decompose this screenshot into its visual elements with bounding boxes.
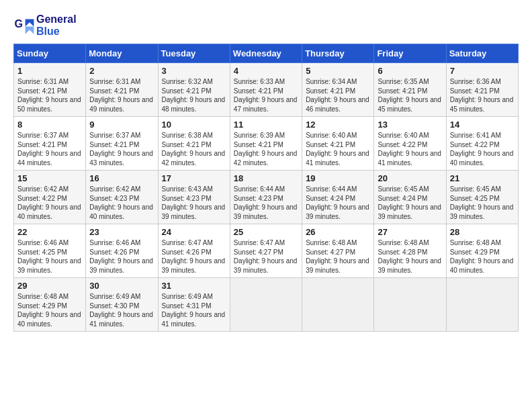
calendar-cell: 1 Sunrise: 6:31 AMSunset: 4:21 PMDayligh… xyxy=(14,63,86,117)
calendar-cell: 5 Sunrise: 6:34 AMSunset: 4:21 PMDayligh… xyxy=(302,63,374,117)
calendar-cell: 16 Sunrise: 6:42 AMSunset: 4:23 PMDaylig… xyxy=(86,171,158,224)
cell-info: Sunrise: 6:47 AMSunset: 4:27 PMDaylight:… xyxy=(234,239,298,274)
calendar-cell: 13 Sunrise: 6:40 AMSunset: 4:22 PMDaylig… xyxy=(374,117,446,171)
calendar-cell: 9 Sunrise: 6:37 AMSunset: 4:21 PMDayligh… xyxy=(86,117,158,171)
logo-blue: Blue xyxy=(36,26,77,38)
cell-info: Sunrise: 6:35 AMSunset: 4:21 PMDaylight:… xyxy=(378,78,441,113)
calendar-week-row: 15 Sunrise: 6:42 AMSunset: 4:22 PMDaylig… xyxy=(14,171,519,224)
cell-info: Sunrise: 6:33 AMSunset: 4:21 PMDaylight:… xyxy=(234,78,298,113)
day-number: 27 xyxy=(378,227,442,237)
calendar-cell: 24 Sunrise: 6:47 AMSunset: 4:26 PMDaylig… xyxy=(158,224,230,278)
day-number: 21 xyxy=(450,173,515,183)
day-number: 17 xyxy=(162,173,226,183)
day-number: 1 xyxy=(17,66,82,76)
calendar-cell: 8 Sunrise: 6:37 AMSunset: 4:21 PMDayligh… xyxy=(14,117,86,171)
cell-info: Sunrise: 6:36 AMSunset: 4:21 PMDaylight:… xyxy=(450,78,514,113)
calendar-cell: 27 Sunrise: 6:48 AMSunset: 4:28 PMDaylig… xyxy=(374,224,446,278)
day-number: 10 xyxy=(162,120,226,130)
day-number: 23 xyxy=(89,227,154,237)
cell-info: Sunrise: 6:31 AMSunset: 4:21 PMDaylight:… xyxy=(89,78,153,113)
day-number: 11 xyxy=(234,120,298,130)
day-number: 2 xyxy=(89,66,154,76)
weekday-header: Friday xyxy=(374,44,446,63)
weekday-header: Monday xyxy=(86,44,158,63)
day-number: 9 xyxy=(89,120,154,130)
weekday-header: Sunday xyxy=(14,44,86,63)
calendar-cell: 30 Sunrise: 6:49 AMSunset: 4:30 PMDaylig… xyxy=(86,278,158,332)
day-number: 14 xyxy=(450,120,515,130)
cell-info: Sunrise: 6:40 AMSunset: 4:22 PMDaylight:… xyxy=(378,132,441,167)
cell-info: Sunrise: 6:32 AMSunset: 4:21 PMDaylight:… xyxy=(162,78,226,113)
calendar-cell: 3 Sunrise: 6:32 AMSunset: 4:21 PMDayligh… xyxy=(158,63,230,117)
day-number: 16 xyxy=(89,173,154,183)
cell-info: Sunrise: 6:46 AMSunset: 4:26 PMDaylight:… xyxy=(89,239,153,274)
calendar-week-row: 22 Sunrise: 6:46 AMSunset: 4:25 PMDaylig… xyxy=(14,224,519,278)
day-number: 19 xyxy=(306,173,370,183)
calendar-cell: 17 Sunrise: 6:43 AMSunset: 4:23 PMDaylig… xyxy=(158,171,230,224)
calendar-cell: 31 Sunrise: 6:49 AMSunset: 4:31 PMDaylig… xyxy=(158,278,230,332)
day-number: 3 xyxy=(162,66,226,76)
cell-info: Sunrise: 6:45 AMSunset: 4:24 PMDaylight:… xyxy=(378,185,441,220)
cell-info: Sunrise: 6:42 AMSunset: 4:23 PMDaylight:… xyxy=(89,185,153,220)
day-number: 31 xyxy=(162,281,226,291)
cell-info: Sunrise: 6:43 AMSunset: 4:23 PMDaylight:… xyxy=(162,185,226,220)
weekday-header: Thursday xyxy=(302,44,374,63)
day-number: 12 xyxy=(306,120,370,130)
day-number: 28 xyxy=(450,227,515,237)
day-number: 24 xyxy=(162,227,226,237)
cell-info: Sunrise: 6:48 AMSunset: 4:29 PMDaylight:… xyxy=(17,293,81,328)
calendar-cell: 20 Sunrise: 6:45 AMSunset: 4:24 PMDaylig… xyxy=(374,171,446,224)
calendar-week-row: 8 Sunrise: 6:37 AMSunset: 4:21 PMDayligh… xyxy=(14,117,519,171)
cell-info: Sunrise: 6:48 AMSunset: 4:29 PMDaylight:… xyxy=(450,239,514,274)
cell-info: Sunrise: 6:48 AMSunset: 4:28 PMDaylight:… xyxy=(378,239,441,274)
cell-info: Sunrise: 6:38 AMSunset: 4:21 PMDaylight:… xyxy=(162,132,226,167)
day-number: 18 xyxy=(234,173,298,183)
cell-info: Sunrise: 6:49 AMSunset: 4:30 PMDaylight:… xyxy=(89,293,153,328)
day-number: 29 xyxy=(17,281,82,291)
day-number: 5 xyxy=(306,66,370,76)
calendar-cell: 23 Sunrise: 6:46 AMSunset: 4:26 PMDaylig… xyxy=(86,224,158,278)
calendar-cell: 4 Sunrise: 6:33 AMSunset: 4:21 PMDayligh… xyxy=(230,63,302,117)
cell-info: Sunrise: 6:40 AMSunset: 4:21 PMDaylight:… xyxy=(306,132,369,167)
cell-info: Sunrise: 6:34 AMSunset: 4:21 PMDaylight:… xyxy=(306,78,369,113)
calendar-week-row: 1 Sunrise: 6:31 AMSunset: 4:21 PMDayligh… xyxy=(14,63,519,117)
calendar-cell: 2 Sunrise: 6:31 AMSunset: 4:21 PMDayligh… xyxy=(86,63,158,117)
calendar-cell: 19 Sunrise: 6:44 AMSunset: 4:24 PMDaylig… xyxy=(302,171,374,224)
calendar-cell: 15 Sunrise: 6:42 AMSunset: 4:22 PMDaylig… xyxy=(14,171,86,224)
calendar-cell xyxy=(230,278,302,332)
svg-text:G: G xyxy=(15,18,23,30)
cell-info: Sunrise: 6:42 AMSunset: 4:22 PMDaylight:… xyxy=(17,185,81,220)
calendar-cell: 25 Sunrise: 6:47 AMSunset: 4:27 PMDaylig… xyxy=(230,224,302,278)
logo-general: General xyxy=(36,13,77,26)
cell-info: Sunrise: 6:49 AMSunset: 4:31 PMDaylight:… xyxy=(162,293,226,328)
calendar-cell xyxy=(374,278,446,332)
cell-info: Sunrise: 6:44 AMSunset: 4:24 PMDaylight:… xyxy=(306,185,369,220)
day-number: 25 xyxy=(234,227,298,237)
logo-icon: G xyxy=(13,15,35,36)
weekday-header: Tuesday xyxy=(158,44,230,63)
day-number: 26 xyxy=(306,227,370,237)
calendar-cell: 18 Sunrise: 6:44 AMSunset: 4:23 PMDaylig… xyxy=(230,171,302,224)
day-number: 6 xyxy=(378,66,442,76)
cell-info: Sunrise: 6:41 AMSunset: 4:22 PMDaylight:… xyxy=(450,132,514,167)
cell-info: Sunrise: 6:46 AMSunset: 4:25 PMDaylight:… xyxy=(17,239,81,274)
calendar-cell: 10 Sunrise: 6:38 AMSunset: 4:21 PMDaylig… xyxy=(158,117,230,171)
calendar-cell xyxy=(446,278,518,332)
page-header: G General Blue xyxy=(13,13,519,37)
calendar-cell xyxy=(302,278,374,332)
calendar-table: SundayMondayTuesdayWednesdayThursdayFrid… xyxy=(13,44,519,332)
day-number: 7 xyxy=(450,66,515,76)
calendar-cell: 7 Sunrise: 6:36 AMSunset: 4:21 PMDayligh… xyxy=(446,63,518,117)
calendar-cell: 28 Sunrise: 6:48 AMSunset: 4:29 PMDaylig… xyxy=(446,224,518,278)
calendar-cell: 14 Sunrise: 6:41 AMSunset: 4:22 PMDaylig… xyxy=(446,117,518,171)
day-number: 8 xyxy=(17,120,82,130)
cell-info: Sunrise: 6:37 AMSunset: 4:21 PMDaylight:… xyxy=(89,132,153,167)
day-number: 13 xyxy=(378,120,442,130)
calendar-header-row: SundayMondayTuesdayWednesdayThursdayFrid… xyxy=(14,44,519,63)
calendar-cell: 12 Sunrise: 6:40 AMSunset: 4:21 PMDaylig… xyxy=(302,117,374,171)
day-number: 30 xyxy=(89,281,154,291)
cell-info: Sunrise: 6:37 AMSunset: 4:21 PMDaylight:… xyxy=(17,132,81,167)
calendar-cell: 11 Sunrise: 6:39 AMSunset: 4:21 PMDaylig… xyxy=(230,117,302,171)
day-number: 15 xyxy=(17,173,82,183)
calendar-cell: 6 Sunrise: 6:35 AMSunset: 4:21 PMDayligh… xyxy=(374,63,446,117)
